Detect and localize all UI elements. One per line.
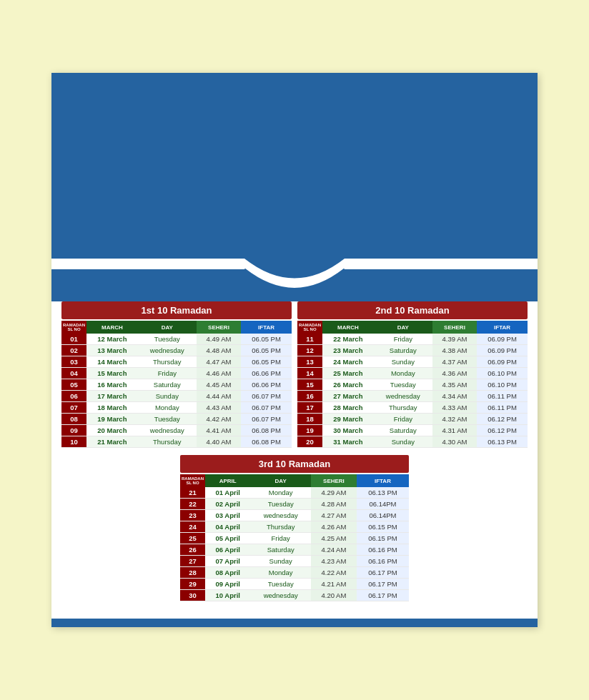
table-row: 2303 Aprilwednesday4.27 AM06.14PM	[180, 510, 409, 521]
cell-iftar: 06.07 PM	[241, 391, 292, 402]
first-ramadan-table: RAMADANSL NO MARCH DAY SEHERI IFTAR 0112…	[61, 321, 292, 448]
cell-date: 10 April	[205, 590, 250, 601]
first-section-header: 1st 10 Ramadan	[61, 301, 292, 319]
cell-iftar: 06.06 PM	[241, 379, 292, 391]
cell-date: 14 March	[86, 356, 138, 368]
cell-date: 29 March	[322, 414, 374, 425]
cell-seheri: 4.32 AM	[432, 414, 477, 425]
cell-iftar: 06.12 PM	[477, 425, 528, 436]
cell-day: Thursday	[138, 436, 197, 448]
table-row: 2606 AprilSaturday4.24 AM06.16 PM	[180, 544, 409, 556]
cell-date: 05 April	[205, 533, 250, 544]
table-row: 0516 MarchSaturday4.45 AM06.06 PM	[61, 379, 292, 391]
cell-seheri: 4.28 AM	[311, 499, 357, 510]
cell-seheri: 4.41 AM	[197, 425, 241, 436]
cell-date: 22 March	[322, 334, 374, 345]
cell-seheri: 4.43 AM	[197, 402, 241, 414]
cell-slno: 01	[61, 334, 86, 345]
cell-iftar: 06.13 PM	[477, 436, 528, 448]
cell-slno: 19	[297, 425, 322, 436]
th-day-3: DAY	[250, 474, 311, 487]
cell-seheri: 4.21 AM	[311, 579, 357, 590]
third-table-body: 2101 AprilMonday4.29 AM06.13 PM2202 Apri…	[180, 487, 409, 601]
cell-slno: 08	[61, 414, 86, 425]
cell-date: 15 March	[86, 368, 138, 379]
cell-iftar: 06.06 PM	[241, 368, 292, 379]
cell-slno: 10	[61, 436, 86, 448]
cell-day: Sunday	[138, 391, 197, 402]
cell-date: 03 April	[205, 510, 250, 521]
th-april-3: APRIL	[205, 474, 250, 487]
cell-iftar: 06.07 PM	[241, 414, 292, 425]
cell-seheri: 4.20 AM	[311, 590, 357, 601]
cell-slno: 07	[61, 402, 86, 414]
table-row: 0112 MarchTuesday4.49 AM06.05 PM	[61, 334, 292, 345]
cell-day: Monday	[250, 567, 311, 579]
cell-date: 28 March	[322, 402, 374, 414]
cell-day: Sunday	[250, 556, 311, 567]
cell-slno: 23	[180, 510, 205, 521]
cell-seheri: 4.42 AM	[197, 414, 241, 425]
cell-seheri: 4.39 AM	[432, 334, 477, 345]
th-day-1: DAY	[138, 321, 197, 334]
table-row: 1122 MarchFriday4.39 AM06.09 PM	[297, 334, 528, 345]
cell-seheri: 4.33 AM	[432, 402, 477, 414]
cell-date: 30 March	[322, 425, 374, 436]
wave-decoration	[51, 259, 538, 301]
cell-slno: 17	[297, 402, 322, 414]
th-iftar-1: IFTAR	[241, 321, 292, 334]
cell-iftar: 06.10 PM	[477, 379, 528, 391]
cell-iftar: 06.08 PM	[241, 425, 292, 436]
second-ramadan-table: RAMADANSL NO MARCH DAY SEHERI IFTAR 1122…	[297, 321, 528, 448]
cell-iftar: 06.16 PM	[357, 544, 409, 556]
cell-slno: 11	[297, 334, 322, 345]
cell-slno: 14	[297, 368, 322, 379]
table-row: 0617 MarchSunday4.44 AM06.07 PM	[61, 391, 292, 402]
cell-date: 08 April	[205, 567, 250, 579]
cell-slno: 21	[180, 487, 205, 499]
cell-day: wednesday	[374, 391, 432, 402]
table-row: 1829 MarchFriday4.32 AM06.12 PM	[297, 414, 528, 425]
cell-date: 09 April	[205, 579, 250, 590]
cell-iftar: 06.05 PM	[241, 334, 292, 345]
cell-day: Friday	[250, 533, 311, 544]
cell-seheri: 4.22 AM	[311, 567, 357, 579]
table-row: 1526 MarchTuesday4.35 AM06.10 PM	[297, 379, 528, 391]
cell-day: Monday	[138, 402, 197, 414]
table-row: 0819 MarchTuesday4.42 AM06.07 PM	[61, 414, 292, 425]
cell-seheri: 4.31 AM	[432, 425, 477, 436]
cell-day: Tuesday	[250, 579, 311, 590]
cell-date: 20 March	[86, 425, 138, 436]
cell-day: wednesday	[250, 590, 311, 601]
cell-seheri: 4.49 AM	[197, 334, 241, 345]
table-row: 0415 MarchFriday4.46 AM06.06 PM	[61, 368, 292, 379]
cell-date: 25 March	[322, 368, 374, 379]
table-row: 0718 MarchMonday4.43 AM06.07 PM	[61, 402, 292, 414]
cell-date: 13 March	[86, 345, 138, 356]
cell-day: Saturday	[374, 425, 432, 436]
second-ramadan-section: 2nd 10 Ramadan RAMADANSL NO MARCH DAY SE…	[297, 301, 528, 448]
cell-seheri: 4.40 AM	[197, 436, 241, 448]
cell-iftar: 06.17 PM	[357, 567, 409, 579]
table-row: 2808 AprilMonday4.22 AM06.17 PM	[180, 567, 409, 579]
table-row: 2505 AprilFriday4.25 AM06.15 PM	[180, 533, 409, 544]
cell-slno: 28	[180, 567, 205, 579]
th-slno-1: RAMADANSL NO	[61, 321, 86, 334]
third-ramadan-section: 3rd 10 Ramadan RAMADANSL NO APRIL DAY SE…	[180, 455, 409, 601]
cell-day: Saturday	[250, 544, 311, 556]
cell-seheri: 4.36 AM	[432, 368, 477, 379]
cell-date: 31 March	[322, 436, 374, 448]
top-blue-area	[51, 73, 538, 259]
page-wrapper: Ramadan Calendar 1st 10 Ramadan RAMADANS…	[51, 73, 538, 627]
third-section-header: 3rd 10 Ramadan	[180, 455, 409, 473]
cell-slno: 06	[61, 391, 86, 402]
cell-slno: 25	[180, 533, 205, 544]
cell-seheri: 4.38 AM	[432, 345, 477, 356]
cell-seheri: 4.35 AM	[432, 379, 477, 391]
cell-seheri: 4.45 AM	[197, 379, 241, 391]
cell-slno: 16	[297, 391, 322, 402]
table-row: 0314 MarchThursday4.47 AM06.05 PM	[61, 356, 292, 368]
cell-day: Thursday	[138, 356, 197, 368]
table-row: 2909 AprilTuesday4.21 AM06.17 PM	[180, 579, 409, 590]
th-seheri-2: SEHERI	[432, 321, 477, 334]
